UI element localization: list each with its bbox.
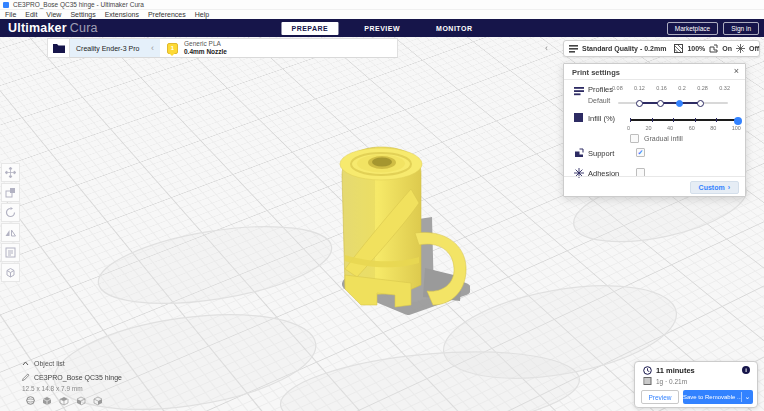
print-settings-panel: Print settings × Profiles Default 0.08 0… [563, 63, 746, 197]
view-3d-button[interactable] [25, 395, 35, 406]
model-item-icon [22, 373, 30, 381]
support-blocker-icon [5, 267, 16, 278]
infill-tick-labels: 0 20 40 60 80 100 [627, 125, 741, 131]
view-right-button[interactable] [93, 395, 103, 406]
tool-column [1, 163, 20, 282]
move-icon [5, 167, 16, 178]
open-file-button[interactable] [47, 38, 70, 58]
brand-ultimaker: Ultimaker [8, 21, 67, 35]
menu-edit[interactable]: Edit [25, 11, 37, 18]
print-settings-summary-bar[interactable]: Standard Quality - 0.2mm 100% On Off [563, 40, 760, 57]
material-estimate: 1g · 0.21m [656, 378, 687, 385]
rotate-icon [5, 207, 16, 218]
profiles-label: Profiles [588, 85, 613, 94]
brand-cura: Cura [70, 21, 98, 35]
preview-button[interactable]: Preview [641, 390, 679, 404]
close-icon[interactable]: × [734, 66, 739, 76]
menu-help[interactable]: Help [195, 11, 209, 18]
collapse-chevron-icon [22, 361, 29, 366]
viewport-3d[interactable]: Creality Ender-3 Pro ‹ 1 Generic PLA 0.4… [0, 37, 764, 411]
brand-logo: UltimakerCura [8, 21, 98, 35]
object-list-title: Object list [34, 360, 65, 367]
menu-bar: File Edit View Settings Extensions Prefe… [0, 10, 764, 19]
per-model-settings-icon [5, 247, 16, 258]
support-checkbox[interactable] [636, 148, 645, 157]
mirror-icon [5, 227, 16, 238]
menu-preferences[interactable]: Preferences [148, 11, 186, 18]
app-header: UltimakerCura PREPARE PREVIEW MONITOR Ma… [0, 19, 764, 37]
folder-icon [53, 43, 65, 53]
object-list-item[interactable]: CE3PRO_Bose QC35 hinge [22, 373, 122, 381]
gradual-infill-label: Gradual infill [644, 135, 683, 142]
tab-monitor[interactable]: MONITOR [426, 22, 482, 35]
profiles-icon [574, 86, 584, 96]
object-list-header[interactable]: Object list [22, 357, 122, 369]
profile-summary: Standard Quality - 0.2mm [582, 45, 666, 52]
custom-settings-button[interactable]: Custom› [690, 181, 739, 194]
adhesion-icon [736, 44, 745, 53]
infill-square-icon [574, 113, 583, 122]
scale-icon [5, 187, 16, 198]
marketplace-button[interactable]: Marketplace [667, 22, 718, 35]
material-spool-icon [643, 377, 652, 385]
printer-selector[interactable]: Creality Ender-3 Pro ‹ [70, 38, 160, 58]
nozzle-size: 0.4mm Nozzle [184, 48, 227, 56]
menu-file[interactable]: File [5, 11, 16, 18]
save-to-removable-button[interactable]: Save to Removable ... ⌄ [683, 390, 753, 404]
move-tool-button[interactable] [1, 163, 20, 182]
layer-height-icon [569, 44, 578, 53]
infill-slider-handle[interactable] [734, 117, 742, 125]
clock-icon [643, 366, 652, 375]
tab-prepare[interactable]: PREPARE [281, 22, 338, 35]
object-item-dimensions: 12.5 x 14.8 x 7.9 mm [22, 385, 122, 392]
stage-tabs: PREPARE PREVIEW MONITOR [281, 19, 482, 37]
support-blocker-button[interactable] [1, 263, 20, 282]
mirror-tool-button[interactable] [1, 223, 20, 242]
window-title: CE3PRO_Bose QC35 hinge - Ultimaker Cura [13, 1, 144, 8]
save-dropdown-chevron-icon[interactable]: ⌄ [741, 392, 753, 402]
material-name: Generic PLA [184, 40, 227, 48]
app-icon [3, 2, 9, 8]
chevron-left-icon: ‹ [151, 44, 154, 53]
view-presets [25, 395, 103, 406]
support-icon [709, 44, 718, 53]
infill-summary: 100% [687, 45, 705, 52]
extruder-1-icon: 1 [167, 43, 178, 54]
view-left-button[interactable] [76, 395, 86, 406]
menu-extensions[interactable]: Extensions [105, 11, 139, 18]
printer-name: Creality Ender-3 Pro [76, 45, 151, 52]
per-model-settings-button[interactable] [1, 243, 20, 262]
adhesion-summary: Off [749, 45, 759, 52]
settings-collapse-chevron[interactable]: ‹ [545, 43, 548, 53]
profile-selected: Default [588, 97, 610, 104]
os-titlebar: CE3PRO_Bose QC35 hinge - Ultimaker Cura [0, 0, 764, 10]
infill-label: Infill (%) [588, 114, 615, 123]
support-label: Support [588, 149, 614, 158]
profile-tick-labels: 0.08 0.12 0.16 0.2 0.28 0.32 [612, 85, 730, 91]
chevron-right-icon: › [728, 184, 730, 191]
cura-window: CE3PRO_Bose QC35 hinge - Ultimaker Cura … [0, 0, 764, 411]
output-action-panel: 11 minutes i 1g · 0.21m Preview Save to … [634, 361, 758, 408]
menu-view[interactable]: View [46, 11, 61, 18]
model-3d[interactable] [315, 137, 470, 317]
menu-settings[interactable]: Settings [70, 11, 95, 18]
object-list: Object list CE3PRO_Bose QC35 hinge 12.5 … [22, 357, 122, 392]
print-time: 11 minutes [656, 366, 695, 375]
profile-slider-handle[interactable] [676, 100, 683, 107]
view-front-button[interactable] [42, 395, 52, 406]
rotate-tool-button[interactable] [1, 203, 20, 222]
object-item-name: CE3PRO_Bose QC35 hinge [34, 374, 122, 381]
view-top-button[interactable] [59, 395, 69, 406]
sign-in-button[interactable]: Sign in [723, 22, 759, 35]
tab-preview[interactable]: PREVIEW [354, 22, 410, 35]
support-row-icon [574, 148, 584, 158]
gradual-infill-checkbox[interactable] [630, 134, 639, 143]
panel-title: Print settings [572, 68, 620, 77]
infill-icon [674, 44, 683, 53]
support-summary: On [722, 45, 732, 52]
material-selector[interactable]: 1 Generic PLA 0.4mm Nozzle [160, 38, 398, 58]
info-icon[interactable]: i [742, 366, 750, 374]
scale-tool-button[interactable] [1, 183, 20, 202]
